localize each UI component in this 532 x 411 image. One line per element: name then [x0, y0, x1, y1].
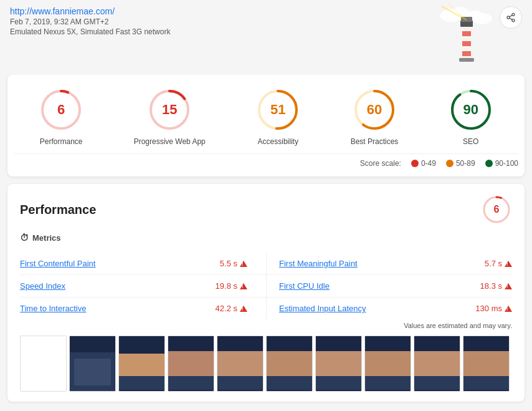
scale-item-red: 0-49	[411, 159, 436, 168]
svg-point-14	[507, 16, 510, 19]
score-scale-label: Score scale:	[360, 159, 401, 168]
scale-dot-green	[485, 160, 493, 167]
warn-icon-fcp	[240, 261, 247, 267]
filmstrip-frame-4	[217, 336, 264, 392]
svg-point-15	[512, 19, 515, 22]
svg-line-17	[510, 15, 513, 17]
metrics-label: Metrics	[32, 233, 61, 243]
score-circle-performance: 6	[39, 87, 83, 132]
metric-row-si: Speed Index 19.8 s	[20, 275, 266, 297]
score-label-performance: Performance	[40, 137, 83, 146]
svg-point-13	[512, 13, 515, 16]
performance-header: Performance 6	[20, 194, 512, 225]
svg-rect-7	[462, 51, 471, 56]
score-value-pwa: 15	[162, 102, 177, 118]
metric-value-fcp: 5.5 s	[220, 259, 247, 268]
performance-section: Performance 6 ⏱ Metrics First Contentful…	[7, 184, 525, 402]
filmstrip-frame-0	[20, 336, 67, 392]
warn-icon-fmp	[505, 261, 512, 267]
filmstrip-frame-6	[315, 336, 362, 392]
metric-row-fmp: First Meaningful Paint 5.7 s	[266, 253, 512, 275]
metric-row-fci: First CPU Idle 18.3 s	[266, 275, 512, 297]
warn-icon-tti	[240, 306, 247, 312]
warn-icon-eil	[505, 306, 512, 312]
score-circle-pwa: 15	[147, 87, 192, 132]
metrics-grid: First Contentful Paint 5.5 s First Meani…	[20, 253, 512, 319]
score-value-performance: 6	[57, 102, 65, 118]
metric-name-fmp[interactable]: First Meaningful Paint	[279, 259, 358, 268]
score-label-accessibility: Accessibility	[258, 137, 298, 146]
metric-name-si[interactable]: Speed Index	[20, 281, 65, 291]
perf-score-circle: 6	[481, 194, 512, 225]
score-item-performance[interactable]: 6 Performance	[39, 87, 83, 146]
filmstrip-frame-8	[414, 336, 460, 392]
metric-name-fcp[interactable]: First Contentful Paint	[20, 259, 95, 268]
score-value-seo: 90	[463, 102, 478, 118]
svg-rect-5	[462, 31, 471, 36]
scale-item-green: 90-100	[485, 159, 518, 168]
scale-range-green: 90-100	[495, 159, 518, 168]
scores-row: 6 Performance 15 Progressive Web App	[14, 87, 518, 146]
estimated-note: Values are estimated and may vary.	[20, 322, 512, 329]
metric-value-eil: 130 ms	[475, 304, 512, 313]
scale-item-orange: 50-89	[446, 159, 475, 168]
lighthouse-icon	[439, 3, 495, 72]
scale-range-red: 0-49	[421, 159, 436, 168]
performance-title: Performance	[20, 203, 96, 217]
metric-name-fci[interactable]: First CPU Idle	[279, 281, 330, 291]
score-item-seo[interactable]: 90 SEO	[449, 87, 493, 146]
metric-row-tti: Time to Interactive 42.2 s	[20, 297, 266, 319]
score-label-pwa: Progressive Web App	[134, 137, 206, 146]
stopwatch-icon: ⏱	[20, 233, 29, 243]
metric-name-tti[interactable]: Time to Interactive	[20, 304, 86, 313]
warn-icon-si	[240, 283, 247, 289]
svg-rect-6	[462, 41, 471, 46]
metric-value-tti: 42.2 s	[216, 304, 247, 313]
score-scale: Score scale: 0-49 50-89 90-100	[14, 153, 518, 168]
metrics-header: ⏱ Metrics	[20, 233, 512, 246]
svg-line-16	[510, 18, 513, 20]
metric-value-fci: 18.3 s	[480, 281, 512, 291]
svg-rect-10	[459, 58, 474, 62]
url-link[interactable]: http://www.fanniemae.com/	[10, 6, 115, 16]
warn-icon-fci	[505, 283, 512, 289]
score-item-best-practices[interactable]: 60 Best Practices	[351, 87, 399, 146]
scale-dot-red	[411, 160, 419, 167]
filmstrip-frame-1	[69, 336, 116, 392]
score-value-accessibility: 51	[270, 102, 285, 118]
filmstrip-frame-7	[364, 336, 411, 392]
top-bar: http://www.fanniemae.com/ Feb 7, 2019, 9…	[0, 0, 532, 75]
score-label-best-practices: Best Practices	[351, 137, 399, 146]
filmstrip-frame-2	[118, 336, 165, 392]
metric-name-eil[interactable]: Estimated Input Latency	[279, 304, 366, 313]
perf-score-value: 6	[494, 204, 500, 215]
share-button[interactable]	[500, 6, 522, 29]
score-circle-seo: 90	[449, 87, 493, 132]
filmstrip-frame-9	[463, 336, 510, 392]
score-card: 6 Performance 15 Progressive Web App	[7, 75, 525, 176]
score-label-seo: SEO	[463, 137, 478, 146]
metric-value-si: 19.8 s	[216, 281, 247, 291]
metric-row-fcp: First Contentful Paint 5.5 s	[20, 253, 266, 275]
metric-row-eil: Estimated Input Latency 130 ms	[266, 297, 512, 319]
filmstrip-frame-3	[168, 336, 214, 392]
score-circle-best-practices: 60	[352, 87, 397, 132]
score-item-pwa[interactable]: 15 Progressive Web App	[134, 87, 206, 146]
score-value-best-practices: 60	[367, 102, 382, 118]
filmstrip	[20, 336, 512, 392]
scale-dot-orange	[446, 160, 454, 167]
score-circle-accessibility: 51	[255, 87, 300, 132]
scale-range-orange: 50-89	[456, 159, 475, 168]
score-item-accessibility[interactable]: 51 Accessibility	[255, 87, 300, 146]
filmstrip-frame-5	[266, 336, 313, 392]
metric-value-fmp: 5.7 s	[485, 259, 512, 268]
